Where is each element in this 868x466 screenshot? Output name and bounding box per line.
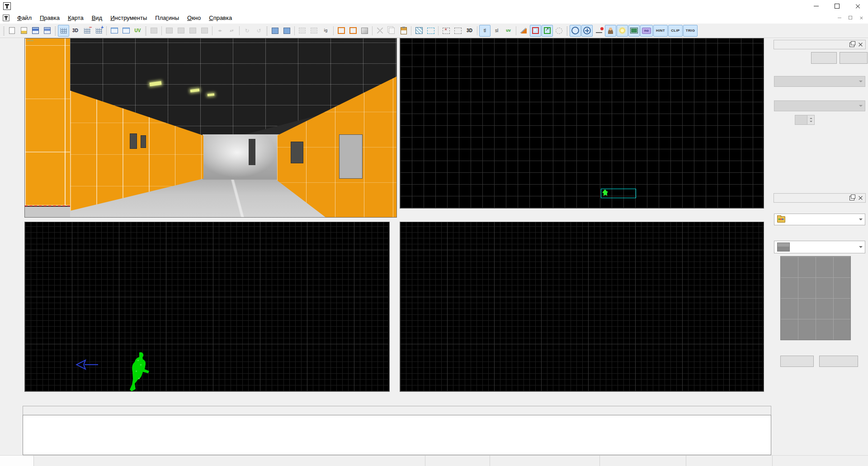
hint-button[interactable]: HINT [653,25,668,37]
toolbar-handle [55,26,56,35]
mdi-close-button[interactable] [858,15,865,21]
rotate-cw-button[interactable]: ↻ [241,25,253,37]
stepper-arrows[interactable] [807,115,815,125]
save-all-button[interactable] [42,25,53,37]
connections-button[interactable] [593,25,604,37]
clip-button[interactable]: CLIP [668,25,683,37]
replace-button[interactable] [819,356,858,367]
objects-select[interactable] [774,100,865,111]
apply-texture-button[interactable] [518,25,529,37]
uv-follow-button[interactable]: uv [503,25,514,37]
menu-file[interactable]: Файл [13,13,36,23]
cut-button[interactable] [374,25,386,37]
main-toolbar: 3DUV◂▸▴▾↻↺ig3DtlsluvnoHINTCLIPTRIG [0,24,868,38]
menu-help[interactable]: Справка [205,13,236,23]
trig-button[interactable]: TRIG [683,25,698,37]
float-panel-icon[interactable] [849,196,854,200]
messages-header[interactable] [23,406,771,415]
side-viewport[interactable] [24,222,390,392]
copy-button[interactable] [386,25,397,37]
browse-button[interactable] [780,356,814,367]
menu-tools[interactable]: Инструменты [106,13,151,23]
select-inside-button[interactable] [452,25,463,37]
near-wall-3d [25,38,70,206]
menu-window[interactable]: Окно [183,13,205,23]
status-empty [425,456,490,466]
tool-sidebar [0,38,24,455]
close-panel-icon[interactable] [859,43,863,47]
shaded-view-button[interactable] [581,25,593,37]
carve-button[interactable] [148,25,160,37]
entity-button[interactable] [840,52,868,64]
hide-unselected-button[interactable] [281,25,292,37]
auto-select-3d-button[interactable]: 3D [464,25,475,37]
grid-3d-button[interactable]: 3D [70,25,81,37]
group-button[interactable] [164,25,175,37]
wireframe-view-button[interactable] [570,25,581,37]
nodraw-button[interactable]: no [640,25,653,37]
messages-log[interactable] [23,415,771,455]
top-viewport[interactable] [400,38,764,209]
menu-view[interactable]: Вид [88,13,107,23]
flip-horizontal-button[interactable]: ◂▸ [214,25,226,37]
grid-smaller-button[interactable] [81,25,93,37]
status-selection [490,456,599,466]
categories-select[interactable] [774,76,865,87]
ungroup-button[interactable] [175,25,187,37]
float-panel-icon[interactable] [849,43,854,47]
vertex-mode-button[interactable] [530,25,541,37]
select-next-button[interactable] [347,25,359,37]
jack-editor-window: ФайлПравкаКартаВидИнструментыПлагиныОкно… [0,0,868,466]
save-window-state-button[interactable] [120,25,132,37]
rotate-ccw-button[interactable]: ↺ [253,25,264,37]
texture-group-select[interactable] [774,214,865,225]
lighting-button[interactable] [617,25,628,37]
mdi-restore-button[interactable] [847,15,854,21]
minimize-button[interactable] [806,0,826,12]
new-objects-panel-header [774,40,866,49]
close-panel-icon[interactable] [859,196,863,200]
face-mode-button[interactable] [553,25,565,37]
maximize-button[interactable] [826,0,847,12]
menu-map[interactable]: Карта [64,13,88,23]
align-bottom-button[interactable] [199,25,210,37]
paste-button[interactable] [398,25,409,37]
load-window-state-button[interactable] [108,25,120,37]
hide-button[interactable] [308,25,320,37]
menu-edit[interactable]: Правка [36,13,64,23]
menu-plugins[interactable]: Плагины [151,13,183,23]
textured-button[interactable] [628,25,640,37]
select-prev-button[interactable] [335,25,347,37]
cordon-button[interactable] [413,25,425,37]
grid-larger-button[interactable] [93,25,104,37]
new-button[interactable] [6,25,18,37]
scale-lock-button[interactable]: sl [491,25,502,37]
ignore-groups-button[interactable]: ig [320,25,331,37]
show-hidden-button[interactable] [297,25,308,37]
open-button[interactable] [18,25,29,37]
align-top-button[interactable] [187,25,198,37]
world-box-button[interactable] [359,25,370,37]
hide-selected-button[interactable] [269,25,281,37]
camera-viewport[interactable] [24,38,397,218]
door-3d [141,135,146,148]
folder-icon [777,216,785,223]
uv-lock-button[interactable]: UV [132,25,143,37]
edge-mode-button[interactable] [542,25,553,37]
save-button[interactable] [30,25,41,37]
faces-stepper[interactable] [795,115,815,125]
select-touching-button[interactable] [440,25,452,37]
status-empty [599,456,686,466]
models-button[interactable] [605,25,616,37]
flip-vertical-button[interactable]: ▴▾ [226,25,237,37]
cordon-edit-button[interactable] [425,25,436,37]
front-viewport[interactable] [400,222,764,392]
current-texture-select[interactable] [774,241,865,253]
texture-lock-button[interactable]: tl [479,25,491,37]
close-button[interactable] [847,0,868,12]
chevron-down-icon [859,246,863,250]
world-button[interactable] [811,52,837,64]
wall-edge-marker [25,205,70,206]
grid-toggle-button[interactable] [58,25,69,37]
mdi-minimize-button[interactable] [836,15,843,21]
